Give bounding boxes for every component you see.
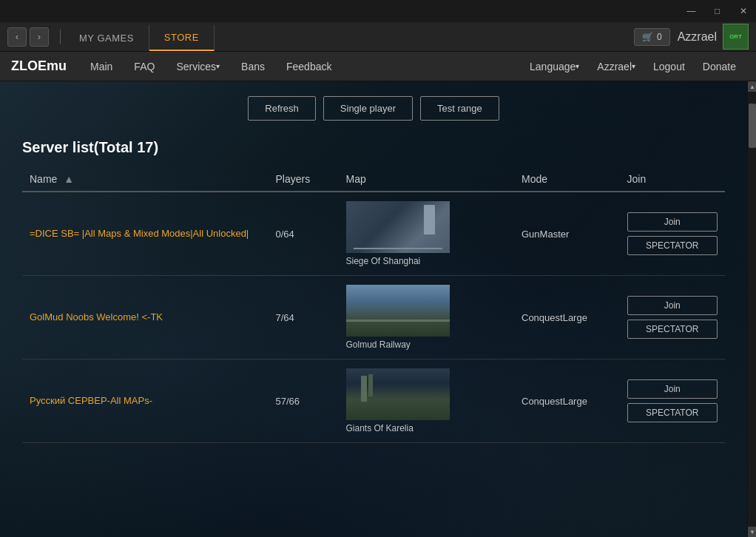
players-count: 7/64 [276,312,294,323]
window-controls: — □ ✕ [678,0,756,22]
spectator-button[interactable]: SPECTATOR [627,236,718,255]
map-cell: Golmud Railway [346,285,507,350]
server-join-cell: Join SPECTATOR [620,359,726,443]
user-name: Azzrael [678,30,717,44]
server-map-cell: Siege Of Shanghai [339,192,515,276]
menu-item-azzrael[interactable]: Azzrael [588,52,644,81]
server-name-cell: =DICE SB= |All Maps & Mixed Modes|All Un… [22,192,269,276]
table-row: Русский СЕРВЕР-All MAPs- 57/66 Giants Of… [22,359,725,443]
user-profile[interactable]: Azzrael GRT [678,24,749,50]
menu-bar: ZLOEmu Main FAQ Services Bans Feedback L… [0,52,756,81]
join-cell: Join SPECTATOR [627,296,718,339]
map-thumbnail [346,368,450,420]
menu-item-services[interactable]: Services [167,52,229,81]
header-mode: Mode [514,167,620,192]
single-player-button[interactable]: Single player [323,96,413,121]
user-avatar: GRT [723,24,749,50]
nav-bar: ‹ › MY GAMES STORE 🛒 0 Azzrael GRT [0,22,756,52]
header-name: Name ▲ [22,167,269,192]
table-header: Name ▲ Players Map Mode Join [22,167,725,192]
server-table: Name ▲ Players Map Mode Join =DICE SB= |… [22,167,725,443]
header-map: Map [339,167,515,192]
server-name-link[interactable]: GolMud Noobs Welcome! <-TK [30,311,163,322]
nav-right: 🛒 0 Azzrael GRT [634,24,749,50]
content-wrapper: Refresh Single player Test range Server … [0,81,756,537]
server-list-title: Server list(Total 17) [22,139,725,156]
server-mode-cell: GunMaster [514,192,620,276]
map-thumbnail [346,285,450,337]
server-map-cell: Golmud Railway [339,276,515,359]
map-cell: Giants Of Karelia [346,368,507,433]
table-body: =DICE SB= |All Maps & Mixed Modes|All Un… [22,192,725,443]
buttons-row: Refresh Single player Test range [22,96,725,121]
cart-count: 0 [657,32,662,42]
server-name-link[interactable]: Русский СЕРВЕР-All MAPs- [30,395,152,406]
server-name-cell: Русский СЕРВЕР-All MAPs- [22,359,269,443]
spectator-button[interactable]: SPECTATOR [627,403,718,422]
back-arrow[interactable]: ‹ [7,27,27,47]
map-cell: Siege Of Shanghai [346,201,507,266]
table-row: GolMud Noobs Welcome! <-TK 7/64 Golmud R… [22,276,725,359]
tab-my-games[interactable]: MY GAMES [64,25,149,51]
server-join-cell: Join SPECTATOR [620,276,726,359]
menu-item-feedback[interactable]: Feedback [277,52,340,81]
nav-divider [60,30,61,44]
table-row: =DICE SB= |All Maps & Mixed Modes|All Un… [22,192,725,276]
menu-item-donate[interactable]: Donate [694,52,745,81]
server-join-cell: Join SPECTATOR [620,192,726,276]
scrollbar-thumb[interactable] [749,104,756,148]
server-mode-cell: ConquestLarge [514,276,620,359]
scroll-down-arrow[interactable]: ▼ [748,527,756,537]
spectator-button[interactable]: SPECTATOR [627,320,718,339]
scroll-up-arrow[interactable]: ▲ [748,81,756,92]
map-thumbnail [346,201,450,253]
server-mode-cell: ConquestLarge [514,359,620,443]
menu-item-bans[interactable]: Bans [232,52,274,81]
refresh-button[interactable]: Refresh [248,96,316,121]
tab-store[interactable]: STORE [149,25,215,51]
minimize-button[interactable]: — [678,0,704,22]
server-players-cell: 0/64 [269,192,339,276]
map-name: Golmud Railway [346,340,411,350]
title-bar: — □ ✕ [0,0,756,22]
menu-right: Language Azzrael Logout Donate [521,52,745,81]
close-button[interactable]: ✕ [730,0,756,22]
players-count: 0/64 [276,229,294,240]
mode-text: ConquestLarge [522,396,587,407]
brand-logo[interactable]: ZLOEmu [11,58,67,74]
menu-item-main[interactable]: Main [81,52,121,81]
server-players-cell: 7/64 [269,276,339,359]
map-name: Siege Of Shanghai [346,256,421,266]
menu-item-language[interactable]: Language [521,52,588,81]
server-name-cell: GolMud Noobs Welcome! <-TK [22,276,269,359]
join-button[interactable]: Join [627,379,718,399]
menu-item-faq[interactable]: FAQ [125,52,163,81]
mode-text: ConquestLarge [522,312,587,323]
map-name: Giants Of Karelia [346,423,414,433]
cart-button[interactable]: 🛒 0 [634,28,670,46]
players-count: 57/66 [276,396,300,407]
maximize-button[interactable]: □ [704,0,730,22]
test-range-button[interactable]: Test range [420,96,499,121]
main-content: Refresh Single player Test range Server … [0,81,747,537]
join-button[interactable]: Join [627,296,718,315]
nav-tabs: MY GAMES STORE [64,22,215,51]
header-join: Join [620,167,726,192]
server-map-cell: Giants Of Karelia [339,359,515,443]
join-button[interactable]: Join [627,212,718,232]
forward-arrow[interactable]: › [30,27,49,47]
header-players: Players [269,167,339,192]
server-players-cell: 57/66 [269,359,339,443]
scrollbar: ▲ ▼ [747,81,756,537]
join-cell: Join SPECTATOR [627,379,718,422]
nav-arrows: ‹ › [7,27,49,47]
cart-icon: 🛒 [642,32,653,42]
join-cell: Join SPECTATOR [627,212,718,255]
server-name-link[interactable]: =DICE SB= |All Maps & Mixed Modes|All Un… [30,228,249,239]
sort-icon[interactable]: ▲ [64,173,74,185]
menu-item-logout[interactable]: Logout [644,52,694,81]
mode-text: GunMaster [522,229,569,240]
